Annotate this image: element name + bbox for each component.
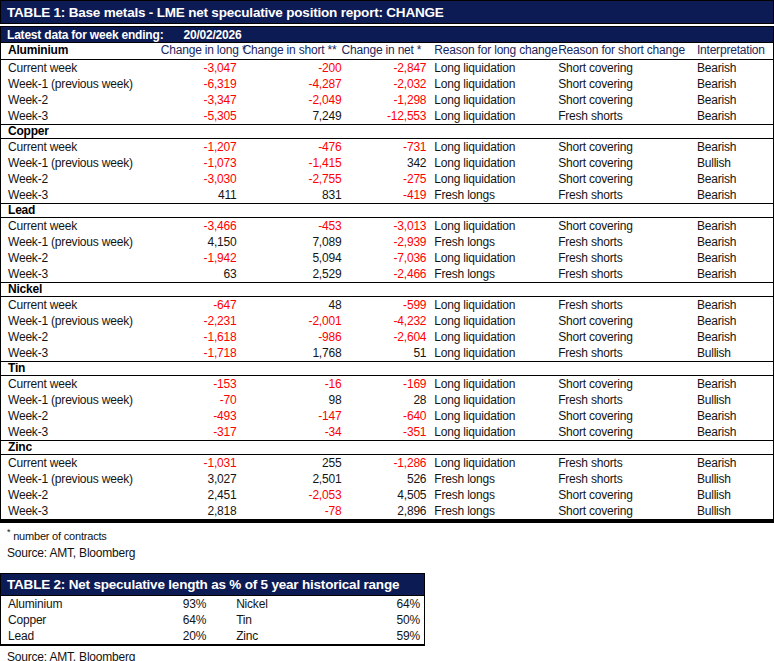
table1-title-bar: TABLE 1: Base metals - LME net speculati… — [0, 0, 774, 24]
table-row: Week-1 (previous week)-2,231-2,001-4,232… — [1, 313, 773, 329]
cell-reason-long: Long liquidation — [426, 345, 552, 361]
table2-value-left: 20% — [141, 628, 207, 644]
footnote-text: number of contracts — [13, 530, 106, 542]
cell-interpretation: Bearish — [675, 60, 773, 76]
cell-interpretation: Bearish — [675, 108, 773, 124]
cell-reason-long: Long liquidation — [426, 376, 552, 392]
row-label: Current week — [1, 139, 161, 155]
cell-reason-short: Short covering — [552, 171, 675, 187]
cell-change-short: 1,768 — [236, 345, 341, 361]
row-label: Current week — [1, 455, 161, 471]
cell-change-long: -6,319 — [161, 76, 237, 92]
cell-change-net: -351 — [341, 424, 426, 440]
cell-change-long: -1,718 — [161, 345, 237, 361]
cell-interpretation: Bearish — [675, 329, 773, 345]
cell-interpretation: Bearish — [675, 297, 773, 313]
cell-change-long: -153 — [161, 376, 237, 392]
cell-change-long: -1,942 — [161, 250, 237, 266]
cell-reason-long: Long liquidation — [426, 329, 552, 345]
cell-change-net: -12,553 — [341, 108, 426, 124]
table-row: Week-3-317-34-351Long liquidationShort c… — [1, 424, 773, 440]
table-row: Week-3-1,7181,76851Long liquidationFresh… — [1, 345, 773, 361]
table-row: Week-1 (previous week)-709828Long liquid… — [1, 392, 773, 408]
cell-change-long: -1,618 — [161, 329, 237, 345]
cell-change-net: -275 — [341, 171, 426, 187]
cell-change-long: -493 — [161, 408, 237, 424]
footnote-asterisk: * — [7, 527, 10, 537]
table1: TABLE 1: Base metals - LME net speculati… — [0, 0, 774, 560]
cell-interpretation: Bearish — [675, 218, 773, 234]
cell-change-net: 4,505 — [341, 487, 426, 503]
cell-change-net: -599 — [341, 297, 426, 313]
cell-reason-short: Short covering — [552, 60, 675, 76]
cell-change-long: 3,027 — [161, 471, 237, 487]
section-header-lead: Lead — [1, 204, 773, 218]
cell-reason-short: Short covering — [552, 424, 675, 440]
table2-row: Copper64%Tin50% — [1, 612, 424, 628]
cell-reason-long: Fresh longs — [426, 187, 552, 203]
row-label: Week-3 — [1, 108, 161, 124]
cell-interpretation: Bullish — [675, 345, 773, 361]
cell-change-short: 831 — [236, 187, 341, 203]
cell-reason-short: Fresh shorts — [552, 266, 675, 282]
cell-reason-short: Fresh shorts — [552, 471, 675, 487]
cell-change-long: -2,231 — [161, 313, 237, 329]
section-header-nickel: Nickel — [1, 283, 773, 297]
cell-change-net: -1,286 — [341, 455, 426, 471]
table-row: Current week-1,207-476-731Long liquidati… — [1, 139, 773, 155]
cell-interpretation: Bullish — [675, 471, 773, 487]
cell-reason-short: Fresh shorts — [552, 392, 675, 408]
row-label: Week-1 (previous week) — [1, 234, 161, 250]
cell-reason-long: Long liquidation — [426, 218, 552, 234]
cell-reason-long: Fresh longs — [426, 487, 552, 503]
cell-reason-short: Fresh shorts — [552, 234, 675, 250]
cell-reason-short: Fresh shorts — [552, 187, 675, 203]
row-label: Week-2 — [1, 408, 161, 424]
cell-interpretation: Bullish — [675, 155, 773, 171]
cell-reason-long: Long liquidation — [426, 297, 552, 313]
section-rows-lead: Current week-3,466-453-3,013Long liquida… — [1, 218, 773, 283]
row-label: Current week — [1, 376, 161, 392]
cell-change-long: -70 — [161, 392, 237, 408]
table2-value-left: 93% — [141, 596, 207, 612]
row-label: Week-2 — [1, 487, 161, 503]
cell-change-long: -3,030 — [161, 171, 237, 187]
cell-interpretation: Bullish — [675, 503, 773, 519]
table1-source: Source: AMT, Bloomberg — [0, 542, 774, 560]
cell-interpretation: Bearish — [675, 234, 773, 250]
cell-change-short: -1,415 — [236, 155, 341, 171]
cell-change-net: 526 — [341, 471, 426, 487]
week-ending-label: Latest data for week ending: — [7, 28, 163, 42]
row-label: Week-3 — [1, 424, 161, 440]
cell-change-long: -1,073 — [161, 155, 237, 171]
cell-reason-short: Short covering — [552, 313, 675, 329]
cell-change-short: -986 — [236, 329, 341, 345]
cell-reason-long: Long liquidation — [426, 455, 552, 471]
cell-change-long: -5,305 — [161, 108, 237, 124]
cell-reason-long: Long liquidation — [426, 92, 552, 108]
row-label: Week-1 (previous week) — [1, 76, 161, 92]
table1-sections: Current week-3,047-200-2,847Long liquida… — [1, 60, 773, 523]
cell-reason-long: Long liquidation — [426, 392, 552, 408]
cell-interpretation: Bearish — [675, 424, 773, 440]
section-rows-aluminium: Current week-3,047-200-2,847Long liquida… — [1, 60, 773, 125]
table-row: Week-1 (previous week)4,1507,089-2,939Fr… — [1, 234, 773, 250]
row-label: Week-2 — [1, 171, 161, 187]
row-label: Current week — [1, 60, 161, 76]
row-label: Week-1 (previous week) — [1, 471, 161, 487]
cell-change-short: 7,249 — [236, 108, 341, 124]
section-header-zinc: Zinc — [1, 441, 773, 455]
column-header-change-in-long: Change in long * — [161, 43, 237, 59]
cell-change-short: 48 — [236, 297, 341, 313]
cell-change-net: 51 — [341, 345, 426, 361]
column-header-change-in-short: Change in short ** — [236, 43, 341, 59]
cell-interpretation: Bearish — [675, 376, 773, 392]
cell-change-short: 5,094 — [236, 250, 341, 266]
table-row: Week-3-5,3057,249-12,553Long liquidation… — [1, 108, 773, 124]
table-row: Week-2-1,618-986-2,604Long liquidationSh… — [1, 329, 773, 345]
metal-name-label: Lead — [8, 203, 35, 217]
cell-change-long: -1,031 — [161, 455, 237, 471]
cell-interpretation: Bullish — [675, 487, 773, 503]
section-header-tin: Tin — [1, 362, 773, 376]
cell-interpretation: Bearish — [675, 139, 773, 155]
